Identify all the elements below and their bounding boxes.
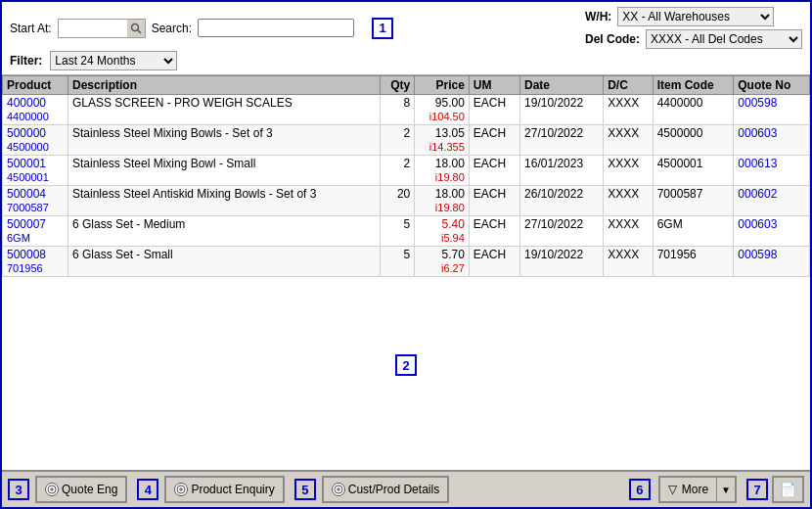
badge-4: 4: [137, 479, 158, 500]
cell-description: Stainless Steel Antiskid Mixing Bowls - …: [68, 186, 380, 216]
data-table: Product Description Qty Price UM Date D/…: [2, 75, 810, 277]
cell-qty: 2: [380, 156, 415, 186]
more-group: ▽ More ▼: [658, 476, 737, 503]
quote-no-link[interactable]: 000598: [738, 96, 777, 110]
product-link[interactable]: 500008: [7, 248, 46, 261]
cell-qty: 2: [380, 125, 415, 156]
wh-select[interactable]: XX - All Warehouses: [617, 7, 774, 26]
header-area: Start At: Search: 1 W/H: XX - All Wareho…: [2, 2, 810, 74]
cell-date: 26/10/2022: [520, 186, 604, 216]
export-button[interactable]: 📄: [772, 476, 804, 503]
cell-date: 16/01/2023: [520, 156, 604, 186]
cell-product: 5000004500000: [3, 125, 68, 156]
col-price: Price: [415, 76, 470, 95]
cell-quote-no: 000603: [734, 125, 810, 156]
svg-line-1: [138, 29, 142, 33]
product-link[interactable]: 500000: [7, 126, 46, 140]
table-row: 5000047000587Stainless Steel Antiskid Mi…: [3, 186, 810, 216]
more-arrow[interactable]: ▼: [716, 478, 735, 501]
col-quote-no: Quote No: [734, 76, 810, 95]
quote-eng-label: Quote Eng: [62, 483, 117, 496]
price-sub: i6.27: [441, 262, 465, 274]
del-select[interactable]: XXXX - All Del Codes: [646, 29, 802, 49]
cell-item-code: 701956: [653, 247, 734, 277]
price-sub: i5.94: [441, 232, 465, 244]
start-at-search-icon[interactable]: [127, 20, 145, 37]
price-value: 5.70: [441, 248, 464, 261]
cell-price: 5.70i6.27: [415, 247, 470, 277]
quote-no-link[interactable]: 000598: [738, 248, 777, 261]
quote-no-link[interactable]: 000603: [738, 217, 777, 231]
product-link[interactable]: 500004: [7, 187, 46, 201]
cust-prod-details-icon: [332, 483, 345, 496]
cell-date: 19/10/2022: [520, 247, 604, 277]
filter-label: Filter:: [10, 54, 42, 68]
col-product: Product: [3, 76, 68, 95]
badge-6: 6: [629, 479, 651, 500]
more-button[interactable]: ▽ More: [660, 478, 716, 501]
badge-7: 7: [746, 479, 768, 500]
cust-prod-details-label: Cust/Prod Details: [348, 483, 439, 496]
table-row: 5000076GM6 Glass Set - Medium55.40i5.94E…: [3, 216, 810, 247]
quote-no-link[interactable]: 000602: [738, 187, 777, 201]
cust-prod-details-button[interactable]: Cust/Prod Details: [322, 476, 449, 503]
empty-area: 2: [2, 277, 810, 453]
price-value: 18.00: [435, 157, 465, 170]
cell-product: 500008701956: [3, 247, 68, 277]
product-link[interactable]: 500007: [7, 217, 46, 231]
badge-5: 5: [294, 479, 316, 500]
col-um: UM: [469, 76, 519, 95]
svg-point-0: [132, 23, 139, 30]
cell-um: EACH: [469, 95, 519, 125]
table-row: 5000004500000Stainless Steel Mixing Bowl…: [3, 125, 810, 156]
more-dropdown-icon: ▽: [668, 483, 677, 496]
cell-dc: XXXX: [604, 216, 654, 247]
cell-dc: XXXX: [604, 247, 654, 277]
product-sub: 4500001: [7, 171, 49, 183]
product-link[interactable]: 400000: [7, 96, 46, 110]
cell-product: 5000047000587: [3, 186, 68, 216]
col-item-code: Item Code: [653, 76, 734, 95]
cell-dc: XXXX: [604, 186, 654, 216]
export-icon: 📄: [780, 482, 796, 497]
table-row: 5000087019566 Glass Set - Small55.70i6.2…: [3, 247, 810, 277]
controls-row1: Start At: Search: 1 W/H: XX - All Wareho…: [2, 2, 810, 49]
product-sub: 7000587: [7, 202, 49, 213]
product-link[interactable]: 500001: [7, 157, 46, 170]
cell-price: 18.00i19.80: [415, 186, 470, 216]
cell-um: EACH: [469, 186, 519, 216]
price-sub: i19.80: [435, 202, 465, 213]
product-enquiry-label: Product Enquiry: [191, 483, 274, 496]
product-sub: 4400000: [7, 111, 49, 122]
start-at-label: Start At:: [10, 22, 52, 35]
search-input[interactable]: [198, 19, 354, 37]
cell-dc: XXXX: [604, 156, 654, 186]
cell-description: Stainless Steel Mixing Bowl - Small: [68, 156, 380, 186]
cell-quote-no: 000602: [734, 186, 810, 216]
quote-no-link[interactable]: 000603: [738, 126, 777, 140]
del-label: Del Code:: [585, 32, 640, 46]
search-label: Search:: [152, 22, 192, 35]
cell-qty: 8: [380, 95, 415, 125]
cell-um: EACH: [469, 247, 519, 277]
cell-description: 6 Glass Set - Small: [68, 247, 380, 277]
cell-um: EACH: [469, 156, 519, 186]
start-at-input[interactable]: [59, 20, 127, 37]
cell-date: 27/10/2022: [520, 216, 604, 247]
cell-quote-no: 000603: [734, 216, 810, 247]
quote-no-link[interactable]: 000613: [738, 157, 777, 170]
filter-select[interactable]: Last 24 Months Last 12 Months Last 6 Mon…: [50, 51, 177, 70]
product-enquiry-button[interactable]: Product Enquiry: [164, 476, 284, 503]
cell-product: 5000076GM: [3, 216, 68, 247]
cell-qty: 5: [380, 247, 415, 277]
cell-description: 6 Glass Set - Medium: [68, 216, 380, 247]
del-row: Del Code: XXXX - All Del Codes: [585, 29, 802, 49]
quote-eng-button[interactable]: Quote Eng: [35, 476, 127, 503]
price-sub: i104.50: [429, 111, 465, 122]
cell-description: GLASS SCREEN - PRO WEIGH SCALES: [68, 95, 380, 125]
product-enquiry-icon: [174, 483, 188, 496]
col-dc: D/C: [604, 76, 654, 95]
product-sub: 4500000: [7, 141, 49, 153]
cell-product: 5000014500001: [3, 156, 68, 186]
product-sub: 6GM: [7, 232, 30, 244]
